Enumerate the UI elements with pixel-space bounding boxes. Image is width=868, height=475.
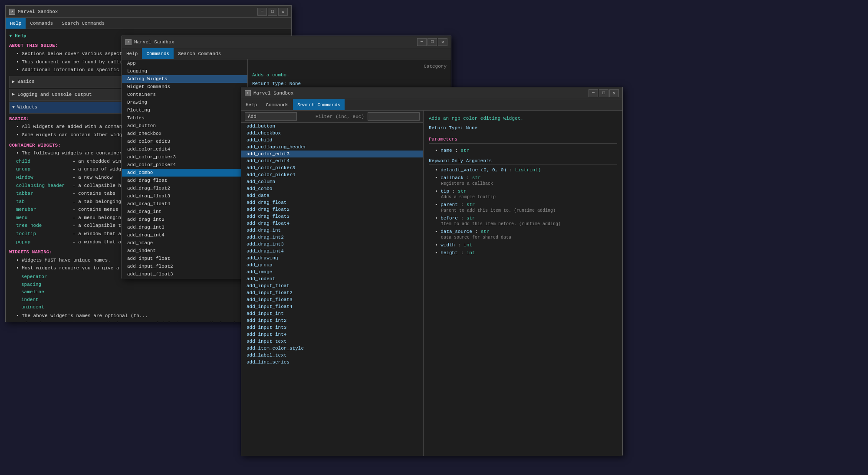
list-item-add-image[interactable]: add_image	[241, 269, 423, 275]
list-item-add-data[interactable]: add_data	[241, 192, 423, 199]
sidebar-containers[interactable]: Containers	[122, 91, 247, 98]
tab-help-3[interactable]: Help	[241, 99, 261, 110]
list-item-add-drag-float3[interactable]: add_drag_float3	[241, 213, 423, 220]
sidebar-tables[interactable]: Tables	[122, 114, 247, 122]
sidebar-add-drag-float4[interactable]: add_drag_float4	[122, 200, 247, 208]
window-title-2: Marvel Sandbox	[134, 39, 417, 45]
list-item-add-drag-float4[interactable]: add_drag_float4	[241, 220, 423, 227]
param-tip-sub: Adds a simple tooltip	[441, 195, 617, 200]
sidebar-add-color-edit3[interactable]: add_color_edit3	[122, 138, 247, 145]
param-default-value: • default_value (0, 0, 0) : List(int)	[435, 167, 617, 173]
list-item-add-indent[interactable]: add_indent	[241, 275, 423, 282]
title-bar-3[interactable]: ⚡ Marvel Sandbox ─ □ ✕	[241, 87, 622, 99]
sidebar-widget-commands[interactable]: Widget Commands	[122, 83, 247, 91]
list-item-add-group[interactable]: add_group	[241, 262, 423, 269]
list-item-add-color-picker3[interactable]: add_color_picker3	[241, 164, 423, 171]
sidebar-add-input-float3[interactable]: add_input_float3	[122, 270, 247, 278]
sidebar-plotting[interactable]: Plotting	[122, 106, 247, 114]
maximize-btn-3[interactable]: □	[599, 89, 608, 97]
sidebar-logging[interactable]: Logging	[122, 67, 247, 75]
w3-params-title: Parameters	[429, 137, 617, 144]
sidebar-add-input-float2[interactable]: add_input_float2	[122, 262, 247, 270]
sidebar-add-drag-int3[interactable]: add_drag_int3	[122, 223, 247, 231]
sidebar-add-input-float4[interactable]: add_input_float4	[122, 278, 247, 279]
sidebar-add-indent[interactable]: add_indent	[122, 247, 247, 255]
list-item-add-drag-float2[interactable]: add_drag_float2	[241, 206, 423, 213]
list-item-add-line-series[interactable]: add_line_series	[241, 359, 423, 366]
sidebar-drawing[interactable]: Drawing	[122, 98, 247, 106]
list-item-add-column[interactable]: add_column	[241, 178, 423, 185]
list-item-add-color-picker4[interactable]: add_color_picker4	[241, 171, 423, 178]
code-unindent: unindent	[21, 305, 44, 310]
list-item-add-input-float[interactable]: add_input_float	[241, 282, 423, 289]
w3-return-type: Return Type: None	[429, 125, 617, 131]
close-btn-1[interactable]: ✕	[278, 8, 288, 16]
filter-input-3[interactable]	[368, 112, 420, 121]
sidebar-add-checkbox[interactable]: add_checkbox	[122, 130, 247, 138]
list-item-add-checkbox[interactable]: add_checkbox	[241, 130, 423, 137]
tab-help-1[interactable]: Help	[6, 18, 26, 29]
sidebar-add-drag-int2[interactable]: add_drag_int2	[122, 216, 247, 223]
tab-search-3[interactable]: Search Commands	[293, 99, 345, 110]
list-item-add-item-color-style[interactable]: add_item_color_style	[241, 345, 423, 352]
sidebar-add-color-edit4[interactable]: add_color_edit4	[122, 145, 247, 153]
tab-search-1[interactable]: Search Commands	[57, 18, 109, 29]
tab-search-2[interactable]: Search Commands	[174, 48, 225, 59]
minimize-btn-2[interactable]: ─	[417, 38, 427, 46]
param-height-type: int	[467, 250, 475, 256]
list-item-add-input-float2[interactable]: add_input_float2	[241, 289, 423, 296]
list-item-add-drawing[interactable]: add_drawing	[241, 255, 423, 262]
list-item-add-input-int2[interactable]: add_input_int2	[241, 317, 423, 324]
sidebar-add-image[interactable]: add_image	[122, 239, 247, 247]
param-callback-sub: Registers a callback	[441, 181, 617, 186]
tab-commands-2[interactable]: Commands	[142, 48, 174, 59]
sidebar-add-color-picker3[interactable]: add_color_picker3	[122, 153, 247, 161]
list-item-add-label-text[interactable]: add_label_text	[241, 352, 423, 359]
list-item-add-input-float4[interactable]: add_input_float4	[241, 303, 423, 310]
close-btn-2[interactable]: ✕	[438, 38, 447, 46]
search-input-3[interactable]	[245, 112, 297, 121]
list-item-add-combo[interactable]: add_combo	[241, 185, 423, 192]
sidebar-add-input-float[interactable]: add_input_float	[122, 255, 247, 262]
minimize-btn-3[interactable]: ─	[589, 89, 598, 97]
list-item-add-input-text[interactable]: add_input_text	[241, 338, 423, 345]
title-bar-2[interactable]: ⚡ Marvel Sandbox ─ □ ✕	[122, 36, 451, 48]
maximize-btn-1[interactable]: □	[268, 8, 277, 16]
list-item-add-input-int[interactable]: add_input_int	[241, 310, 423, 317]
list-item-add-child[interactable]: add_child	[241, 137, 423, 144]
maximize-btn-2[interactable]: □	[427, 38, 437, 46]
list-item-add-drag-int3[interactable]: add_drag_int3	[241, 241, 423, 248]
param-height-label: height	[441, 250, 458, 256]
list-item-add-button[interactable]: add_button	[241, 123, 423, 130]
list-item-add-collapsing-header[interactable]: add_collapsing_header	[241, 144, 423, 151]
minimize-btn-1[interactable]: ─	[257, 8, 267, 16]
sidebar-add-button[interactable]: add_button	[122, 122, 247, 130]
list-item-add-input-float3[interactable]: add_input_float3	[241, 296, 423, 303]
list-item-add-drag-int[interactable]: add_drag_int	[241, 227, 423, 234]
w3-description: Adds an rgb color editing widget.	[429, 116, 617, 121]
list-item-add-drag-float[interactable]: add_drag_float	[241, 199, 423, 206]
sidebar-add-drag-float[interactable]: add_drag_float	[122, 177, 247, 184]
list-item-add-color-edit3[interactable]: add_color_edit3	[241, 151, 423, 157]
param-name-label: name	[441, 148, 452, 153]
tab-help-2[interactable]: Help	[122, 48, 142, 59]
sidebar-add-color-picker4[interactable]: add_color_picker4	[122, 161, 247, 169]
triangle-icon-widgets: ▼	[12, 104, 15, 111]
sidebar-add-combo[interactable]: add_combo	[122, 169, 247, 177]
sidebar-add-drag-int4[interactable]: add_drag_int4	[122, 231, 247, 239]
sidebar-add-drag-float2[interactable]: add_drag_float2	[122, 184, 247, 192]
sidebar-adding-widgets[interactable]: Adding Widgets	[122, 75, 247, 83]
sidebar-app[interactable]: App	[122, 59, 247, 67]
list-item-add-color-edit4[interactable]: add_color_edit4	[241, 157, 423, 164]
close-btn-3[interactable]: ✕	[609, 89, 619, 97]
list-item-add-input-int4[interactable]: add_input_int4	[241, 331, 423, 338]
tab-commands-1[interactable]: Commands	[26, 18, 57, 29]
title-bar-1[interactable]: ⚡ Marvel Sandbox ─ □ ✕	[6, 6, 291, 18]
list-item-add-drag-int2[interactable]: add_drag_int2	[241, 234, 423, 241]
sidebar-add-drag-float3[interactable]: add_drag_float3	[122, 192, 247, 200]
list-item-add-input-int3[interactable]: add_input_int3	[241, 324, 423, 331]
window-3: ⚡ Marvel Sandbox ─ □ ✕ Help Commands Sea…	[241, 87, 623, 455]
sidebar-add-drag-int[interactable]: add_drag_int	[122, 208, 247, 216]
list-item-add-drag-int4[interactable]: add_drag_int4	[241, 248, 423, 255]
tab-commands-3[interactable]: Commands	[261, 99, 293, 110]
